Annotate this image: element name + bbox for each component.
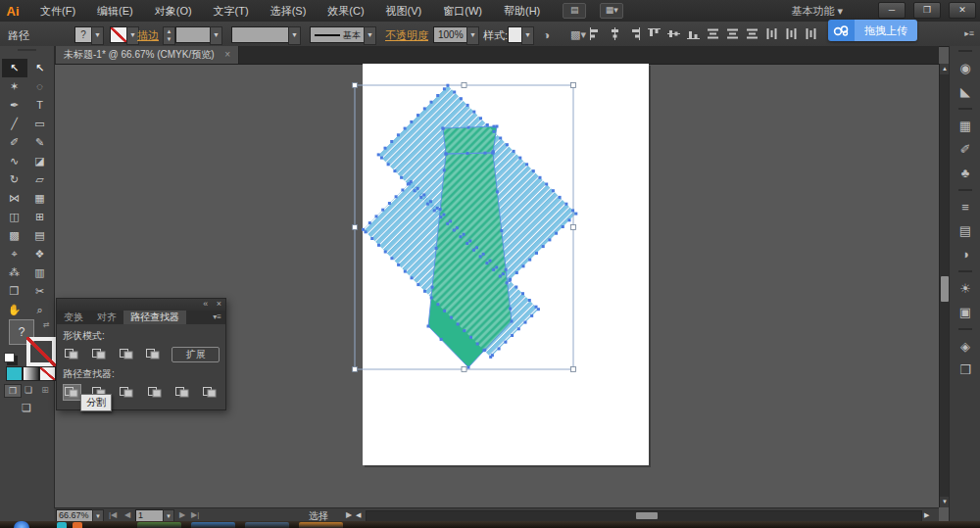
restore-button[interactable]: ❐ [913, 2, 941, 19]
selection-tool[interactable]: ↖ [2, 59, 27, 77]
draw-normal-mode-icon[interactable]: ❐ [4, 384, 22, 398]
menu-item-7[interactable]: 窗口(W) [434, 1, 491, 22]
status-panel-arrow[interactable]: ▶ [346, 510, 352, 519]
menu-item-2[interactable]: 对象(O) [146, 1, 201, 22]
lasso-tool[interactable]: ◌ [27, 77, 53, 96]
next-artboard-icon[interactable]: ▶ [179, 510, 185, 519]
tray-icon[interactable] [57, 522, 67, 528]
fill-swatch[interactable]: ? [74, 26, 92, 43]
tab-变换[interactable]: 变换 [57, 311, 90, 324]
column-graph-tool[interactable]: ▥ [27, 264, 53, 282]
mesh-tool[interactable]: ▩ [2, 226, 27, 245]
bridge-icon[interactable]: ▤ [563, 3, 586, 19]
direct-selection-tool[interactable]: ↖ [27, 59, 53, 77]
perspective-grid-tool[interactable]: ⊞ [27, 208, 53, 226]
shaper-tool[interactable]: ∿ [2, 152, 27, 170]
pen-tool[interactable]: ✒ [2, 96, 27, 115]
vertical-scroll-thumb[interactable] [941, 276, 949, 302]
expand-button[interactable]: 扩展 [172, 347, 220, 362]
selection-handle[interactable] [571, 83, 576, 88]
recolor-artwork-icon[interactable]: ◑ [543, 28, 550, 42]
prev-artboard-icon[interactable]: ◀ [124, 510, 130, 519]
pencil-tool[interactable]: ✎ [27, 133, 53, 152]
color-button[interactable] [6, 366, 23, 381]
paintbrush-tool[interactable]: ✐ [2, 133, 27, 152]
last-artboard-icon[interactable]: ▶| [191, 510, 199, 519]
symbol-sprayer-tool[interactable]: ⁂ [2, 264, 27, 282]
align-center-h-icon[interactable] [609, 27, 621, 40]
gradient-panel-icon[interactable]: ▤ [950, 219, 980, 243]
scroll-right-arrow[interactable]: ▶ [924, 511, 929, 519]
draw-behind-mode-icon[interactable]: ❏ [21, 384, 36, 396]
dock-group-handle[interactable] [958, 189, 972, 194]
menu-item-3[interactable]: 文字(T) [205, 1, 258, 22]
dist-right-icon[interactable] [805, 27, 817, 40]
taskbar-item[interactable] [191, 522, 235, 528]
color-guide-panel-icon[interactable]: ◣ [950, 80, 980, 104]
stroke-link[interactable]: 描边 [137, 28, 159, 43]
menu-item-4[interactable]: 选择(S) [262, 1, 316, 22]
minimize-button[interactable]: ─ [878, 2, 906, 19]
fill-dropdown[interactable]: ▼ [91, 26, 104, 45]
dist-top-icon[interactable] [707, 27, 719, 40]
menu-item-5[interactable]: 效果(C) [318, 1, 372, 22]
align-right-icon[interactable] [628, 27, 641, 40]
width-profile-field[interactable] [231, 26, 294, 43]
brush-definition-field[interactable]: 基本 [310, 26, 369, 43]
close-panel-icon[interactable]: × [217, 299, 221, 309]
gradient-button[interactable] [23, 366, 39, 381]
horizontal-scroll-thumb[interactable] [636, 512, 658, 519]
pattern-options-icon[interactable]: ▩▾ [570, 28, 586, 41]
minus-front-button[interactable] [90, 346, 109, 362]
merge-button[interactable] [118, 384, 136, 401]
dist-center-v-icon[interactable] [726, 27, 739, 40]
dock-group-handle[interactable] [958, 50, 972, 55]
collapse-panel-icon[interactable]: « [203, 299, 208, 309]
artboards-panel-icon[interactable]: ❒ [950, 359, 980, 382]
align-bottom-icon[interactable] [687, 27, 700, 40]
dock-group-handle[interactable] [958, 108, 972, 113]
arrange-documents-icon[interactable]: ▦▾ [600, 3, 623, 19]
tray-icon[interactable] [73, 522, 82, 528]
color-panel-icon[interactable]: ◉ [950, 57, 980, 80]
first-artboard-icon[interactable]: |◀ [109, 510, 117, 519]
swap-fill-stroke-icon[interactable]: ⇄ [43, 320, 50, 329]
divide-button[interactable] [63, 384, 81, 401]
layers-panel-icon[interactable]: ◈ [950, 335, 980, 359]
style-swatch[interactable] [508, 26, 522, 43]
dock-group-handle[interactable] [958, 270, 972, 275]
workspace-switcher[interactable]: 基本功能 ▾ [791, 4, 843, 19]
swatches-panel-icon[interactable]: ▦ [950, 115, 980, 138]
eyedropper-tool[interactable]: ⌖ [2, 245, 27, 264]
opacity-link[interactable]: 不透明度 [385, 28, 428, 43]
draw-inside-mode-icon[interactable]: ⊞ [37, 384, 53, 396]
align-top-icon[interactable] [648, 27, 661, 40]
taskbar-item[interactable] [245, 522, 289, 528]
crop-button[interactable] [146, 384, 165, 401]
start-button[interactable] [14, 521, 29, 528]
blend-tool[interactable]: ❖ [27, 245, 53, 264]
stroke-proxy[interactable] [26, 337, 56, 366]
opacity-field[interactable]: 100% [433, 26, 470, 43]
menu-item-1[interactable]: 编辑(E) [88, 1, 142, 22]
minus-back-button[interactable] [201, 384, 220, 401]
selection-handle[interactable] [353, 225, 358, 230]
default-fill-stroke-icon[interactable] [4, 353, 15, 362]
selection-handle[interactable] [462, 83, 466, 88]
stroke-panel-icon[interactable]: ≡ [950, 196, 980, 219]
magic-wand-tool[interactable]: ✶ [2, 77, 27, 96]
close-button[interactable]: ✕ [949, 2, 976, 19]
unite-button[interactable] [63, 346, 81, 362]
menu-item-0[interactable]: 文件(F) [31, 1, 84, 22]
selection-handle[interactable] [571, 225, 576, 230]
scale-tool[interactable]: ▱ [27, 170, 53, 189]
selection-handle[interactable] [462, 367, 466, 372]
stroke-weight-stepper[interactable]: ▲▼ [163, 26, 175, 45]
document-tab[interactable]: 未标题-1* @ 66.67% (CMYK/预览) × [56, 46, 239, 64]
tab-对齐[interactable]: 对齐 [90, 311, 123, 324]
shape-builder-tool[interactable]: ◫ [2, 208, 27, 226]
brushes-panel-icon[interactable]: ✐ [950, 138, 980, 162]
stroke-swatch[interactable] [110, 26, 127, 43]
rectangle-tool[interactable]: ▭ [27, 115, 53, 133]
align-middle-v-icon[interactable] [667, 27, 680, 40]
